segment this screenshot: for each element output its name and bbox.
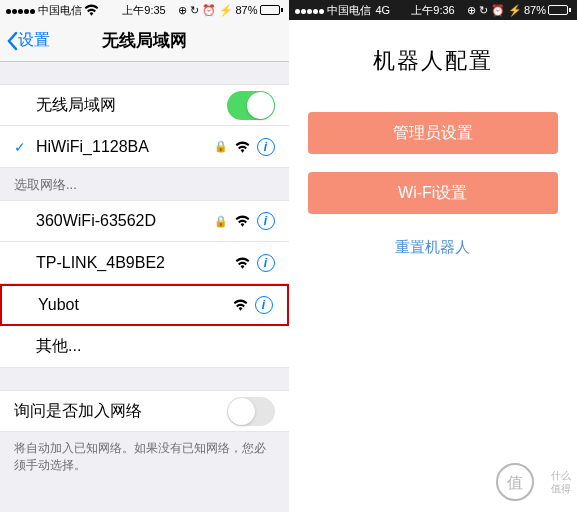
svg-text:值: 值 [507, 474, 523, 491]
nav-title: 无线局域网 [102, 29, 187, 52]
network-type: 4G [376, 4, 391, 16]
carrier-label: 中国电信 [327, 3, 371, 18]
network-name: TP-LINK_4B9BE2 [36, 254, 235, 272]
watermark: 值 什么 值得买 [493, 458, 571, 506]
reset-robot-link[interactable]: 重置机器人 [395, 238, 470, 257]
battery-icon [260, 5, 283, 15]
status-icons: ⊕ ↻ ⏰ ⚡ [178, 4, 233, 17]
battery-icon [548, 5, 571, 15]
ask-toggle[interactable] [227, 397, 275, 426]
wifi-icon [235, 141, 250, 153]
wifi-icon [233, 299, 248, 311]
status-icons: ⊕ ↻ ⏰ ⚡ [467, 4, 522, 17]
checkmark-icon: ✓ [14, 139, 28, 155]
connected-network[interactable]: ✓ HiWiFi_1128BA 🔒 i [0, 126, 289, 168]
admin-settings-button[interactable]: 管理员设置 [308, 112, 558, 154]
svg-text:什么: 什么 [551, 470, 571, 481]
battery-pct: 87% [524, 4, 546, 16]
back-button[interactable]: 设置 [0, 30, 50, 51]
info-icon[interactable]: i [257, 138, 275, 156]
signal-dots [295, 4, 325, 16]
network-row[interactable]: TP-LINK_4B9BE2 i [0, 242, 289, 284]
info-icon[interactable]: i [257, 212, 275, 230]
wifi-icon [235, 257, 250, 269]
wifi-toggle[interactable] [227, 91, 275, 120]
signal-dots [6, 4, 36, 16]
page-title: 机器人配置 [373, 46, 493, 76]
svg-text:值得买: 值得买 [551, 483, 571, 494]
network-name: Yubot [38, 296, 233, 314]
carrier-label: 中国电信 [38, 3, 82, 18]
lock-icon: 🔒 [214, 140, 228, 153]
network-row[interactable]: 360WiFi-63562D 🔒 i [0, 200, 289, 242]
lock-icon: 🔒 [214, 215, 228, 228]
info-icon[interactable]: i [255, 296, 273, 314]
status-time: 上午9:35 [122, 3, 165, 18]
other-network-row[interactable]: 其他... [0, 326, 289, 368]
wifi-label: 无线局域网 [36, 95, 227, 116]
network-row-highlighted[interactable]: Yubot i [0, 284, 289, 326]
battery-pct: 87% [235, 4, 257, 16]
wifi-icon [84, 4, 99, 16]
wifi-settings-button[interactable]: Wi-Fi设置 [308, 172, 558, 214]
network-name: HiWiFi_1128BA [36, 138, 214, 156]
info-icon[interactable]: i [257, 254, 275, 272]
ask-note: 将自动加入已知网络。如果没有已知网络，您必须手动选择。 [0, 432, 289, 482]
status-time: 上午9:36 [411, 3, 454, 18]
chevron-left-icon [6, 31, 18, 51]
ask-label: 询问是否加入网络 [14, 401, 227, 422]
choose-network-header: 选取网络... [0, 168, 289, 200]
nav-bar: 设置 无线局域网 [0, 20, 289, 62]
network-name: 360WiFi-63562D [36, 212, 214, 230]
back-label: 设置 [18, 30, 50, 51]
ask-join-row[interactable]: 询问是否加入网络 [0, 390, 289, 432]
wifi-icon [235, 215, 250, 227]
status-bar: 中国电信 4G 上午9:36 ⊕ ↻ ⏰ ⚡ 87% [289, 0, 578, 20]
status-bar: 中国电信 上午9:35 ⊕ ↻ ⏰ ⚡ 87% [0, 0, 289, 20]
wifi-toggle-row[interactable]: 无线局域网 [0, 84, 289, 126]
other-label: 其他... [36, 336, 275, 357]
